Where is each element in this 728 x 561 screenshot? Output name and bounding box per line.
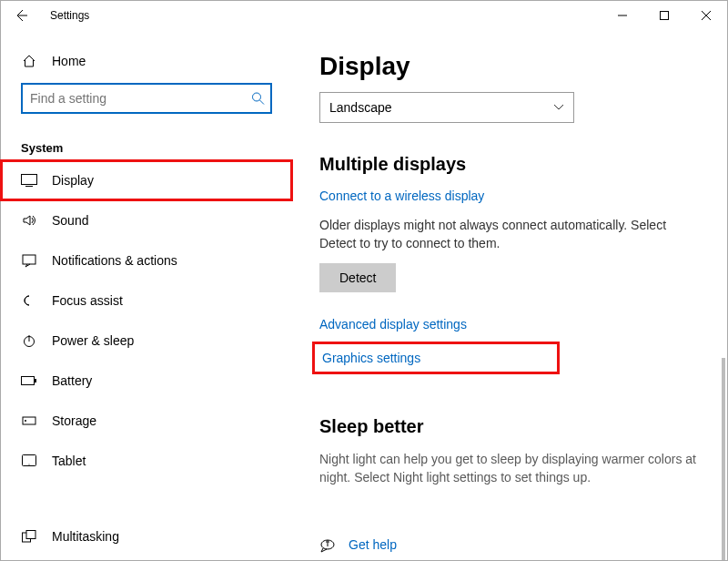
scrollbar[interactable] bbox=[722, 358, 725, 560]
svg-point-1 bbox=[253, 93, 261, 101]
focus-assist-icon bbox=[21, 293, 37, 308]
sleep-better-heading: Sleep better bbox=[319, 416, 716, 437]
get-help-link[interactable]: Get help bbox=[349, 537, 397, 552]
svg-point-10 bbox=[28, 464, 29, 464]
sidebar-item-label: Display bbox=[52, 173, 94, 188]
sidebar-item-label: Power & sleep bbox=[52, 333, 134, 348]
sidebar-item-focus-assist[interactable]: Focus assist bbox=[1, 280, 292, 321]
sidebar-item-label: Sound bbox=[52, 213, 88, 228]
sidebar-item-multitasking[interactable]: Multitasking bbox=[1, 516, 292, 556]
chevron-down-icon bbox=[553, 104, 564, 111]
window-title: Settings bbox=[50, 9, 89, 22]
sidebar-item-battery[interactable]: Battery bbox=[1, 361, 292, 401]
search-container bbox=[21, 83, 272, 114]
sidebar-item-label: Storage bbox=[52, 413, 96, 428]
graphics-settings-highlight: Graphics settings bbox=[312, 342, 560, 374]
minimize-button[interactable] bbox=[602, 1, 643, 30]
get-help-row[interactable]: Get help bbox=[319, 536, 397, 553]
svg-rect-5 bbox=[22, 377, 35, 385]
battery-icon bbox=[21, 375, 37, 386]
maximize-icon bbox=[660, 11, 669, 20]
sidebar-item-label: Multitasking bbox=[52, 529, 119, 544]
svg-rect-2 bbox=[22, 175, 37, 185]
titlebar: Settings bbox=[1, 1, 727, 30]
orientation-dropdown[interactable]: Landscape bbox=[319, 92, 574, 123]
detect-description: Older displays might not always connect … bbox=[319, 217, 702, 252]
sidebar-section-label: System bbox=[21, 141, 292, 155]
window-controls bbox=[602, 1, 727, 30]
close-icon bbox=[702, 11, 711, 20]
sidebar-item-tablet[interactable]: Tablet bbox=[1, 441, 292, 481]
arrow-left-icon bbox=[14, 8, 28, 23]
close-button[interactable] bbox=[685, 1, 727, 30]
svg-point-14 bbox=[327, 541, 329, 543]
tablet-icon bbox=[21, 454, 37, 467]
help-icon bbox=[319, 536, 336, 553]
svg-rect-0 bbox=[661, 12, 669, 20]
back-button[interactable] bbox=[1, 1, 41, 30]
detect-button[interactable]: Detect bbox=[319, 263, 396, 292]
sidebar-item-label: Battery bbox=[52, 373, 92, 388]
sidebar-item-sound[interactable]: Sound bbox=[1, 200, 292, 240]
wireless-display-link[interactable]: Connect to a wireless display bbox=[319, 189, 484, 203]
content-area: Display Landscape Multiple displays Conn… bbox=[292, 30, 727, 560]
svg-point-8 bbox=[25, 420, 26, 422]
settings-window: Settings Home Syste bbox=[0, 0, 728, 561]
sidebar-item-notifications[interactable]: Notifications & actions bbox=[1, 240, 292, 280]
sidebar-item-label: Notifications & actions bbox=[52, 253, 177, 268]
page-title: Display bbox=[319, 52, 716, 81]
sidebar-item-storage[interactable]: Storage bbox=[1, 401, 292, 441]
svg-rect-12 bbox=[26, 531, 35, 539]
graphics-settings-link[interactable]: Graphics settings bbox=[322, 351, 420, 365]
advanced-display-link[interactable]: Advanced display settings bbox=[319, 317, 467, 332]
window-body: Home System Display Sound bbox=[1, 30, 727, 560]
sidebar-item-display[interactable]: Display bbox=[1, 160, 292, 200]
sidebar-item-label: Focus assist bbox=[52, 293, 123, 308]
multitasking-icon bbox=[21, 530, 37, 543]
sleep-description: Night light can help you get to sleep by… bbox=[319, 450, 702, 487]
sidebar-item-power-sleep[interactable]: Power & sleep bbox=[1, 321, 292, 361]
power-icon bbox=[21, 333, 37, 348]
svg-rect-3 bbox=[23, 255, 35, 264]
storage-icon bbox=[21, 413, 37, 428]
home-label: Home bbox=[52, 54, 86, 68]
svg-rect-6 bbox=[35, 379, 36, 382]
multiple-displays-heading: Multiple displays bbox=[319, 154, 716, 175]
sidebar: Home System Display Sound bbox=[1, 30, 292, 560]
minimize-icon bbox=[618, 11, 627, 20]
search-icon bbox=[251, 92, 265, 106]
search-input[interactable] bbox=[21, 83, 272, 114]
sidebar-item-label: Tablet bbox=[52, 454, 86, 468]
notifications-icon bbox=[21, 253, 37, 268]
maximize-button[interactable] bbox=[643, 1, 685, 30]
home-nav[interactable]: Home bbox=[1, 46, 292, 77]
display-icon bbox=[21, 174, 37, 187]
home-icon bbox=[21, 54, 37, 68]
orientation-value: Landscape bbox=[329, 100, 392, 115]
sound-icon bbox=[21, 213, 37, 228]
